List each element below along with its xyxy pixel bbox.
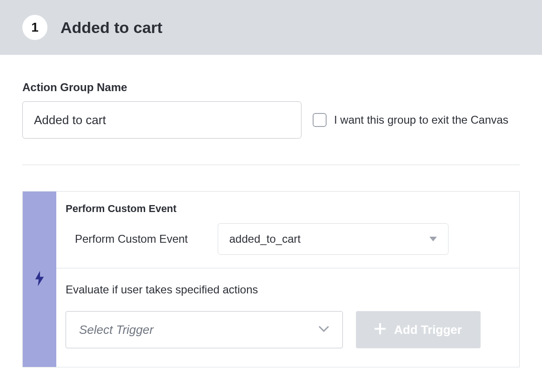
action-group-name-label: Action Group Name	[22, 81, 520, 94]
exit-canvas-checkbox[interactable]	[313, 113, 327, 127]
trigger-row: Select Trigger	[66, 311, 510, 348]
trigger-placeholder: Select Trigger	[79, 323, 318, 337]
custom-event-heading: Perform Custom Event	[66, 203, 510, 215]
action-group-name-input[interactable]	[22, 101, 301, 139]
custom-event-dropdown[interactable]: added_to_cart	[218, 223, 448, 255]
step-number-badge: 1	[22, 15, 47, 40]
trigger-dropdown[interactable]: Select Trigger	[66, 311, 343, 348]
exit-canvas-group: I want this group to exit the Canvas	[313, 113, 509, 127]
name-row: I want this group to exit the Canvas	[22, 101, 520, 139]
exit-canvas-label: I want this group to exit the Canvas	[334, 113, 509, 126]
event-body: Perform Custom Event Perform Custom Even…	[56, 192, 519, 367]
evaluate-section: Evaluate if user takes specified actions…	[56, 268, 519, 367]
chevron-down-icon	[318, 326, 329, 334]
section-divider	[22, 165, 520, 165]
plus-icon	[375, 322, 386, 338]
event-panel: Perform Custom Event Perform Custom Even…	[22, 191, 520, 367]
bolt-icon	[34, 271, 45, 288]
step-number: 1	[31, 20, 39, 35]
content-area: Action Group Name I want this group to e…	[0, 55, 542, 390]
add-trigger-button[interactable]: Add Trigger	[356, 311, 481, 348]
event-sidebar	[23, 192, 56, 367]
custom-event-value: added_to_cart	[229, 233, 429, 246]
add-trigger-label: Add Trigger	[394, 323, 462, 337]
svg-rect-1	[375, 328, 386, 330]
evaluate-heading: Evaluate if user takes specified actions	[66, 283, 510, 296]
caret-down-icon	[429, 235, 437, 243]
step-title: Added to cart	[60, 19, 162, 37]
step-header: 1 Added to cart	[0, 0, 542, 55]
custom-event-row-label: Perform Custom Event	[66, 233, 188, 246]
custom-event-section: Perform Custom Event Perform Custom Even…	[56, 192, 519, 268]
custom-event-row: Perform Custom Event added_to_cart	[66, 223, 510, 255]
